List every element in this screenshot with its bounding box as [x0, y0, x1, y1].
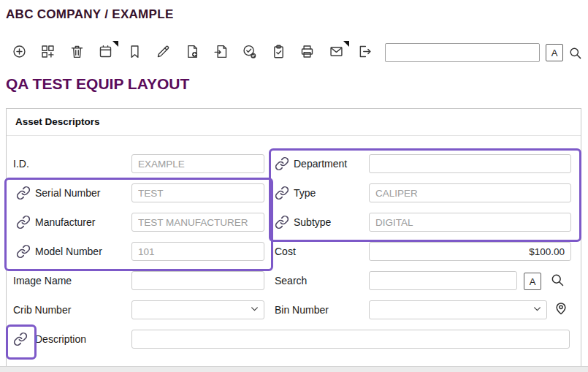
cost-field[interactable] — [369, 242, 571, 261]
department-field[interactable] — [369, 154, 571, 173]
description-field[interactable] — [131, 330, 570, 349]
type-label: Type — [294, 187, 316, 199]
image-name-label: Image Name — [13, 275, 72, 286]
dropdown-caret-icon — [343, 41, 349, 47]
window-bottom-edge — [0, 366, 588, 372]
search-match-button[interactable]: A — [524, 273, 541, 290]
search-label: Search — [275, 275, 307, 286]
toolbar: A — [10, 41, 582, 64]
model-number-label: Model Number — [35, 246, 102, 257]
department-label: Department — [294, 158, 347, 170]
crib-number-label: Crib Number — [13, 304, 71, 316]
clipboard-check-icon — [271, 44, 286, 62]
model-number-field[interactable] — [131, 242, 264, 261]
trash-icon — [69, 44, 85, 62]
bin-number-select[interactable] — [369, 300, 547, 319]
description-label: Description — [35, 333, 86, 345]
crib-number-select[interactable] — [131, 300, 264, 319]
printer-icon — [299, 44, 315, 62]
asset-descriptors-section: Asset Descriptors — [6, 108, 581, 367]
approve-button[interactable] — [241, 44, 259, 62]
link-icon[interactable] — [275, 215, 289, 229]
search-icon[interactable] — [568, 46, 582, 60]
email-menu-button[interactable] — [327, 44, 345, 62]
dropdown-caret-icon — [112, 41, 118, 47]
document-add-button[interactable] — [183, 44, 201, 62]
plus-circle-icon — [12, 44, 27, 62]
envelope-icon — [329, 44, 344, 62]
export-button[interactable] — [356, 44, 374, 62]
id-field[interactable] — [131, 154, 264, 173]
search-icon[interactable] — [550, 273, 565, 290]
document-add-icon — [185, 44, 200, 62]
chevron-down-icon — [532, 303, 542, 316]
add-record-button[interactable] — [10, 44, 28, 62]
copy-records-button[interactable] — [39, 44, 56, 62]
edit-pencil-icon — [156, 44, 171, 62]
id-label: I.D. — [13, 158, 29, 170]
manufacturer-label: Manufacturer — [35, 216, 95, 228]
document-import-icon — [213, 44, 229, 62]
manufacturer-field[interactable] — [131, 213, 264, 232]
toolbar-search-input[interactable] — [385, 43, 540, 62]
section-title: Asset Descriptors — [15, 116, 100, 127]
bookmark-icon — [127, 44, 142, 62]
chevron-down-icon — [250, 303, 259, 316]
page-title: QA TEST EQUIP LAYOUT — [6, 75, 189, 93]
edit-button[interactable] — [154, 44, 172, 62]
cost-label: Cost — [275, 246, 296, 257]
delete-record-button[interactable] — [68, 44, 85, 62]
type-field[interactable] — [369, 183, 571, 202]
link-icon[interactable] — [275, 186, 289, 200]
section-divider — [7, 135, 581, 136]
bookmark-button[interactable] — [126, 44, 143, 62]
link-icon[interactable] — [16, 215, 31, 229]
app-window: ABC COMPANY / EXAMPLE — [0, 0, 588, 372]
link-icon[interactable] — [16, 186, 31, 200]
search-field[interactable] — [369, 271, 517, 290]
toolbar-search-group: A — [385, 43, 582, 62]
copy-grid-icon — [40, 44, 56, 62]
export-icon — [357, 44, 373, 62]
subtype-field[interactable] — [369, 213, 571, 232]
link-icon[interactable] — [16, 244, 31, 259]
clipboard-check-button[interactable] — [270, 44, 287, 62]
breadcrumb: ABC COMPANY / EXAMPLE — [6, 7, 174, 22]
bin-number-label: Bin Number — [275, 304, 329, 316]
serial-number-label: Serial Number — [35, 187, 100, 199]
print-button[interactable] — [299, 44, 316, 62]
image-name-field[interactable] — [131, 271, 264, 290]
serial-number-field[interactable] — [131, 183, 264, 202]
calendar-icon — [98, 44, 113, 62]
check-circle-icon — [242, 44, 257, 62]
toolbar-match-button[interactable]: A — [546, 44, 563, 61]
link-icon[interactable] — [275, 156, 289, 171]
subtype-label: Subtype — [294, 216, 331, 228]
link-icon[interactable] — [13, 332, 28, 346]
document-import-button[interactable] — [212, 44, 229, 62]
calendar-menu-button[interactable] — [96, 44, 114, 62]
location-pin-icon[interactable] — [554, 301, 568, 319]
